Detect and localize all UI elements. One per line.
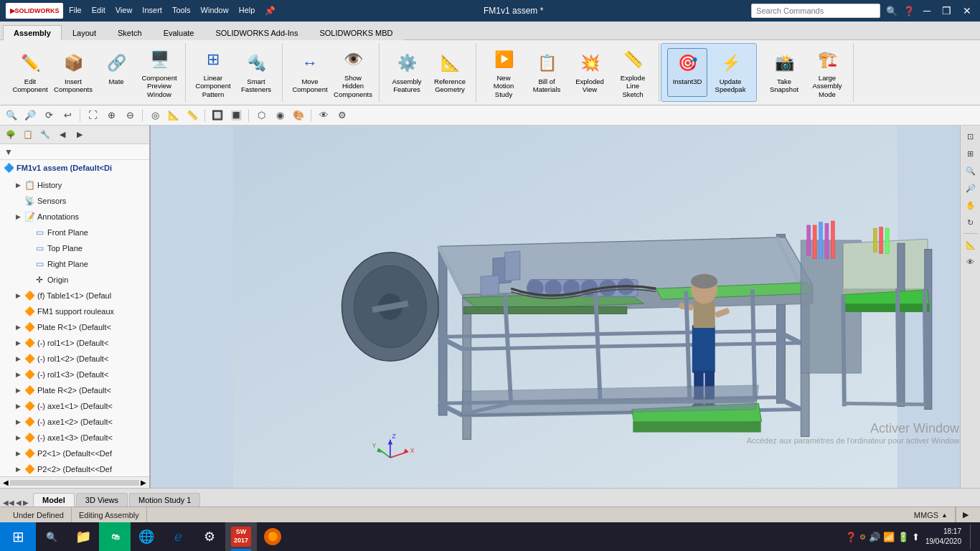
- update-speedpak-button[interactable]: ⚡ UpdateSpeedpak: [710, 48, 750, 97]
- taskbar-solidworks[interactable]: SW2017: [225, 522, 257, 551]
- visibility[interactable]: 👁: [315, 107, 332, 124]
- status-expand-btn[interactable]: ▶: [956, 507, 974, 522]
- tree-item-axe1-3[interactable]: ▶ 🔶 (-) axe1<3> (Default<: [0, 430, 149, 446]
- menu-file[interactable]: File: [69, 6, 82, 16]
- taskbar-orange[interactable]: 🟠: [257, 522, 288, 551]
- edit-component-button[interactable]: ✏️ EditComponent: [10, 48, 50, 97]
- tree-item-sensors[interactable]: 📡 Sensors: [0, 193, 149, 209]
- tools-btn[interactable]: ⚙: [334, 107, 351, 124]
- viewport[interactable]: X Y Z: [151, 126, 980, 488]
- tab-sketch[interactable]: Sketch: [107, 25, 153, 40]
- units-expand[interactable]: ▲: [941, 512, 948, 519]
- hide-lines[interactable]: 🔳: [227, 107, 245, 124]
- minimize-button[interactable]: ─: [920, 4, 933, 18]
- mate-button[interactable]: 🔗 Mate: [96, 48, 136, 97]
- smart-fasteners-button[interactable]: 🔩 SmartFasteners: [236, 48, 276, 97]
- taskbar-chrome[interactable]: 🌐: [131, 522, 162, 551]
- view-settings[interactable]: ⬡: [253, 107, 270, 124]
- restore-button[interactable]: ❒: [939, 4, 954, 18]
- tray-sw-icon[interactable]: ⚙: [859, 533, 866, 541]
- taskbar-clock[interactable]: 18:17 19/04/2020: [925, 527, 961, 547]
- scroll-left[interactable]: ◀: [3, 479, 9, 486]
- tray-icon1[interactable]: 🔊: [869, 532, 880, 542]
- zoom-in-tool[interactable]: ⊕: [103, 107, 120, 124]
- zoom-out-tool[interactable]: ⊖: [121, 107, 138, 124]
- view-orient[interactable]: 📐: [963, 237, 979, 253]
- zoom-to-fit[interactable]: ⊞: [963, 146, 979, 161]
- display-style[interactable]: 🔲: [209, 107, 226, 124]
- measure-tool[interactable]: 📐: [165, 107, 182, 124]
- start-button[interactable]: ⊞: [0, 522, 36, 551]
- zoom-tool[interactable]: 🔎: [22, 107, 39, 124]
- show-hidden-button[interactable]: 👁️ ShowHiddenComponents: [333, 44, 373, 100]
- tree-item-rol1-3[interactable]: ▶ 🔶 (-) rol1<3> (Default<: [0, 367, 149, 382]
- 3d-view[interactable]: X Y Z: [151, 126, 980, 488]
- tree-item-annotations[interactable]: ▶ 📝 Annotations: [0, 209, 149, 225]
- tab-mbd[interactable]: SOLIDWORKS MBD: [308, 25, 403, 40]
- exploded-view-button[interactable]: 💥 ExplodedView: [570, 48, 610, 97]
- taskbar-ie[interactable]: ℯ: [162, 522, 194, 551]
- tree-item-plate-r1[interactable]: ▶ 🔶 Plate R<1> (Default<: [0, 319, 149, 335]
- taskbar-store[interactable]: 🛍: [99, 522, 131, 551]
- new-motion-study-button[interactable]: ▶️ NewMotionStudy: [484, 44, 524, 100]
- property-manager-tab[interactable]: 📋: [20, 127, 36, 143]
- tab-layout[interactable]: Layout: [62, 25, 107, 40]
- tree-item-axe1-2[interactable]: ▶ 🔶 (-) axe1<2> (Default<: [0, 414, 149, 430]
- tab-3d-views[interactable]: 3D Views: [76, 493, 128, 507]
- tree-item-front-plane[interactable]: ▭ Front Plane: [0, 225, 149, 240]
- rotate-view[interactable]: ↻: [963, 215, 979, 230]
- tab-evaluate[interactable]: Evaluate: [153, 25, 205, 40]
- menu-view[interactable]: View: [116, 6, 133, 16]
- tab-scroll-left2[interactable]: ◀: [16, 499, 22, 507]
- configuration-tab[interactable]: 🔧: [37, 127, 53, 143]
- menu-window[interactable]: Window: [201, 6, 229, 16]
- instant3d-button[interactable]: 🎯 Instant3D: [667, 48, 707, 97]
- scroll-right[interactable]: ▶: [141, 479, 146, 486]
- appearance[interactable]: ◉: [271, 107, 288, 124]
- menu-tools[interactable]: Tools: [172, 6, 191, 16]
- tree-item-top-plane[interactable]: ▭ Top Plane: [0, 240, 149, 256]
- menu-pin[interactable]: 📌: [265, 6, 275, 16]
- feature-manager-tab[interactable]: 🌳: [3, 127, 19, 143]
- assembly-features-button[interactable]: ⚙️ AssemblyFeatures: [387, 48, 427, 97]
- component-preview-button[interactable]: 🖥️ ComponentPreviewWindow: [139, 44, 179, 100]
- tab-assembly[interactable]: Assembly: [3, 25, 62, 40]
- zoom-area[interactable]: 🔍: [963, 163, 979, 179]
- search-tool[interactable]: 🔍: [3, 107, 20, 124]
- pan[interactable]: ✋: [963, 197, 979, 213]
- tree-item-table1[interactable]: ▶ 🔶 (f) Table1<1> (Defaul: [0, 288, 149, 303]
- tree-item-right-plane[interactable]: ▭ Right Plane: [0, 256, 149, 272]
- zoom-prev[interactable]: 🔎: [963, 180, 979, 196]
- menu-insert[interactable]: Insert: [142, 6, 162, 16]
- tab-scroll-left[interactable]: ◀◀: [3, 499, 14, 507]
- large-assembly-button[interactable]: 🏗️ LargeAssemblyMode: [807, 44, 847, 100]
- tray-icon2[interactable]: 📶: [883, 532, 895, 542]
- take-snapshot-button[interactable]: 📸 TakeSnapshot: [764, 48, 804, 97]
- lighting[interactable]: 🎨: [290, 107, 307, 124]
- close-button[interactable]: ✕: [960, 4, 974, 18]
- show-desktop[interactable]: [970, 524, 974, 549]
- tab-model[interactable]: Model: [33, 493, 75, 507]
- tree-item-p2-2[interactable]: ▶ 🔶 P2<2> (Default<<Def: [0, 461, 149, 476]
- tree-item-axe1-1[interactable]: ▶ 🔶 (-) axe1<1> (Default<: [0, 398, 149, 414]
- rotate-tool[interactable]: ⟳: [40, 107, 57, 124]
- tree-item-rol1-2[interactable]: ▶ 🔶 (-) rol1<2> (Default<: [0, 351, 149, 367]
- tray-help[interactable]: ❓: [845, 532, 857, 542]
- move-component-button[interactable]: ↔️ MoveComponent: [290, 48, 330, 97]
- linear-pattern-button[interactable]: ⊞ LinearComponentPattern: [193, 44, 233, 100]
- insert-components-button[interactable]: 📦 Insert Components: [53, 48, 93, 97]
- pan-tool[interactable]: ↩: [59, 107, 76, 124]
- tab-addins[interactable]: SOLIDWORKS Add-Ins: [204, 25, 308, 40]
- tree-item-origin[interactable]: ✛ Origin: [0, 272, 149, 288]
- dimension-tool[interactable]: 📏: [184, 107, 201, 124]
- standard-views[interactable]: ◎: [146, 107, 164, 124]
- bill-of-materials-button[interactable]: 📋 Bill ofMaterials: [527, 48, 567, 97]
- taskbar-settings[interactable]: ⚙: [194, 522, 225, 551]
- view-selector[interactable]: ⊡: [963, 128, 979, 144]
- tray-icon3[interactable]: 🔋: [897, 532, 909, 542]
- tree-item-plate-r2[interactable]: ▶ 🔶 Plate R<2> (Default<: [0, 382, 149, 398]
- tree-item-rol1-1[interactable]: ▶ 🔶 (-) rol1<1> (Default<: [0, 335, 149, 351]
- select-tool[interactable]: ⛶: [84, 107, 101, 124]
- tray-icon4[interactable]: ⬆: [912, 532, 920, 542]
- reference-geometry-button[interactable]: 📐 ReferenceGeometry: [430, 48, 470, 97]
